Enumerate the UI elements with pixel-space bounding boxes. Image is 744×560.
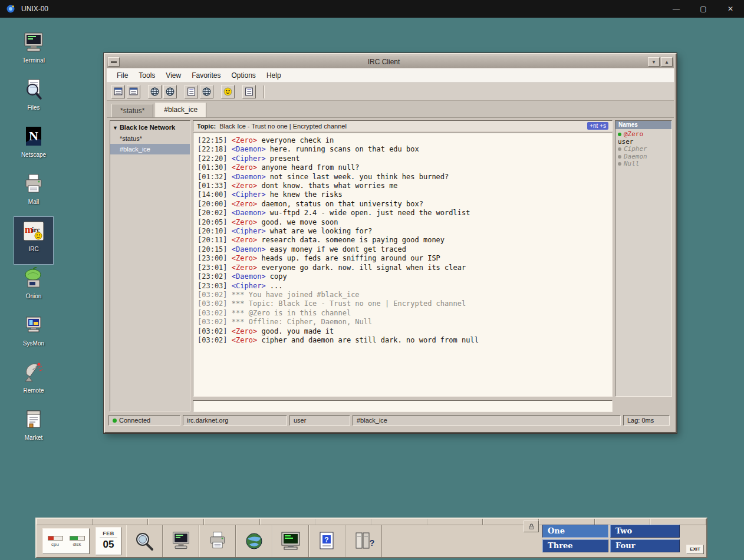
tab-black_ice[interactable]: #black_ice: [155, 103, 206, 117]
search-icon: [133, 531, 156, 552]
chat-messages[interactable]: [22:15] <Zero> everyone check in[22:18] …: [193, 133, 613, 397]
remote-icon: [20, 361, 47, 385]
irc-titlebar[interactable]: IRC Client ▼ ▲: [107, 56, 674, 68]
netscape-icon: N: [20, 126, 47, 149]
taskbar-help-button[interactable]: ?: [309, 525, 345, 557]
toolbar: [107, 83, 674, 101]
chat-message: [03:02] *** Topic: Black Ice - Trust no …: [197, 299, 608, 308]
chat-message: [20:11] <Zero> research data. someone is…: [197, 236, 608, 245]
taskbar-docs-button[interactable]: ?: [345, 525, 382, 557]
message-input[interactable]: [193, 400, 613, 412]
subpanel-tab[interactable]: [204, 519, 260, 525]
channel-list-icon: [186, 87, 196, 97]
desktop-icon-label: Terminal: [22, 57, 45, 64]
desktop-icon-files[interactable]: Files: [14, 75, 53, 123]
chat-message: [20:02] <Daemon> wu-ftpd 2.4 - wide open…: [197, 209, 608, 218]
desktop-icon-remote[interactable]: Remote: [14, 358, 53, 406]
system-meter-button[interactable]: cpu disk: [42, 528, 90, 554]
status-nick: user: [289, 415, 350, 426]
menu-tools[interactable]: Tools: [133, 68, 160, 83]
subpanel-tab[interactable]: [539, 519, 595, 525]
toolbar-network-button[interactable]: [200, 85, 213, 98]
menu-favorites[interactable]: Favorites: [186, 68, 226, 83]
tree-item-black_ice[interactable]: #black_ice: [110, 144, 190, 154]
workspace-three-button[interactable]: Three: [542, 539, 608, 552]
menu-options[interactable]: Options: [226, 68, 261, 83]
subpanel-tab[interactable]: [37, 519, 93, 525]
close-button[interactable]: ✕: [717, 0, 744, 18]
desktop-icon-label: SysMon: [23, 340, 44, 347]
subpanel-tab[interactable]: [650, 519, 706, 525]
desktop-icon-label: Netscape: [21, 151, 46, 158]
subpanel-tab[interactable]: [93, 519, 149, 525]
irc-window-title: IRC Client: [120, 58, 648, 66]
svg-text:N: N: [29, 129, 38, 143]
tree-items: *status*#black_ice: [110, 133, 190, 154]
workspace-four-button[interactable]: Four: [610, 539, 680, 552]
subpanel-tab[interactable]: [148, 519, 204, 525]
calendar-button[interactable]: FEB 05: [96, 527, 121, 555]
workspace-two-button[interactable]: Two: [610, 525, 680, 538]
exit-button[interactable]: EXIT: [686, 545, 704, 554]
chat-message: [14:00] <Cipher> he knew the risks: [197, 190, 608, 199]
toolbar-new-server-button[interactable]: [127, 85, 140, 98]
desktop-icon-onion[interactable]: Onion: [14, 264, 53, 311]
taskbar-printer-button[interactable]: [199, 525, 236, 557]
menu-view[interactable]: View: [160, 68, 186, 83]
maximize-button[interactable]: ▢: [690, 0, 717, 18]
channel-modes-badge: +nt +s: [587, 122, 608, 130]
irc-window: IRC Client ▼ ▲ FileToolsViewFavoritesOpt…: [104, 53, 677, 433]
chat-message: [22:15] <Zero> everyone check in: [197, 136, 608, 145]
desktop-icon-terminal[interactable]: Terminal: [14, 28, 53, 75]
names-list-item[interactable]: @Zero: [615, 131, 671, 139]
toolbar-connect-button[interactable]: [111, 85, 125, 98]
printer-icon: [206, 531, 229, 552]
names-list-item[interactable]: Cipher: [615, 146, 671, 153]
minimize-button[interactable]: —: [663, 0, 690, 18]
window-minimize-button[interactable]: ▼: [648, 57, 660, 67]
taskbar-console-button[interactable]: [272, 525, 309, 557]
connect-icon: [113, 87, 123, 97]
chat-message: [03:02] *** @Zero is in this channel: [197, 309, 608, 318]
toolbar-script-button[interactable]: [242, 85, 256, 98]
menu-help[interactable]: Help: [261, 68, 287, 83]
disk-gauge-icon: [70, 536, 85, 541]
names-list-item[interactable]: Null: [615, 160, 671, 168]
desktop-icons: TerminalFilesNNetscapeMailmircIRCOnionSy…: [14, 28, 53, 453]
taskbar-globe-button[interactable]: [236, 525, 272, 557]
online-dot-icon: [618, 133, 621, 136]
window-maximize-button[interactable]: ▲: [661, 57, 673, 67]
subpanel-tab[interactable]: [315, 519, 371, 525]
subpanel-tab[interactable]: [427, 519, 483, 525]
toolbar-smiley-button[interactable]: [221, 85, 235, 98]
desktop-icon-mail[interactable]: Mail: [14, 170, 53, 217]
taskbar-search-button[interactable]: [126, 525, 163, 557]
toolbar-world-button[interactable]: [163, 85, 177, 98]
tree-item-status[interactable]: *status*: [110, 133, 190, 144]
desktop-icon-netscape[interactable]: NNetscape: [14, 123, 53, 170]
lock-button[interactable]: [524, 521, 539, 532]
subpanel-tab[interactable]: [260, 519, 316, 525]
names-header: Names: [615, 121, 671, 129]
collapse-triangle-icon: ▼: [113, 125, 118, 131]
toolbar-channel-list-button[interactable]: [185, 85, 198, 98]
tab-bar: *status*#black_ice: [107, 101, 674, 118]
desktop-icon-market[interactable]: Market: [14, 406, 53, 453]
desktop-icon-irc[interactable]: mircIRC: [14, 217, 53, 264]
desktop-icon-sysmon[interactable]: SysMon: [14, 311, 53, 358]
subpanel-tab[interactable]: [371, 519, 427, 525]
toolbar-channel-globe-button[interactable]: [148, 85, 162, 98]
workspace-switcher: OneTwoThreeFour: [542, 525, 680, 553]
menu-file[interactable]: File: [111, 68, 133, 83]
tab-status[interactable]: *status*: [111, 104, 153, 117]
desktop-icon-label: Remote: [23, 387, 44, 394]
tree-network-label: Black Ice Network: [120, 124, 175, 131]
desktop-icon-label: Mail: [28, 199, 39, 205]
subpanel-tab[interactable]: [595, 519, 651, 525]
taskbar-terminal-button[interactable]: [163, 525, 199, 557]
disk-meter: disk: [70, 536, 85, 547]
window-menu-button[interactable]: [108, 57, 120, 67]
tree-network[interactable]: ▼Black Ice Network: [110, 121, 190, 133]
disk-label: disk: [73, 542, 81, 547]
workspace-one-button[interactable]: One: [542, 525, 608, 538]
